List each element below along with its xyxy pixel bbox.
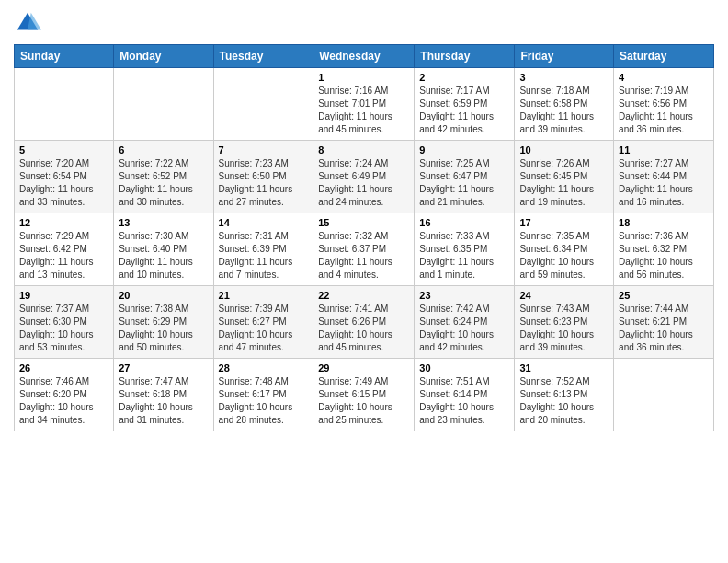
day-info: Sunrise: 7:42 AM Sunset: 6:24 PM Dayligh…: [419, 303, 509, 354]
day-cell: 19Sunrise: 7:37 AM Sunset: 6:30 PM Dayli…: [15, 286, 114, 359]
day-number: 17: [519, 217, 609, 228]
day-cell: 17Sunrise: 7:35 AM Sunset: 6:34 PM Dayli…: [515, 213, 614, 286]
day-cell: 7Sunrise: 7:23 AM Sunset: 6:50 PM Daylig…: [213, 141, 313, 213]
day-info: Sunrise: 7:30 AM Sunset: 6:40 PM Dayligh…: [119, 230, 208, 282]
day-number: 7: [219, 144, 309, 155]
day-cell: 9Sunrise: 7:25 AM Sunset: 6:47 PM Daylig…: [415, 141, 515, 213]
day-info: Sunrise: 7:31 AM Sunset: 6:39 PM Dayligh…: [219, 230, 309, 282]
day-cell: 18Sunrise: 7:36 AM Sunset: 6:32 PM Dayli…: [614, 213, 714, 286]
day-info: Sunrise: 7:48 AM Sunset: 6:17 PM Dayligh…: [219, 375, 309, 427]
page: SundayMondayTuesdayWednesdayThursdayFrid…: [0, 0, 728, 563]
day-info: Sunrise: 7:46 AM Sunset: 6:20 PM Dayligh…: [19, 375, 108, 427]
day-number: 26: [19, 362, 108, 373]
day-number: 22: [318, 290, 409, 301]
day-number: 23: [419, 290, 509, 301]
day-cell: 12Sunrise: 7:29 AM Sunset: 6:42 PM Dayli…: [15, 213, 114, 286]
day-info: Sunrise: 7:36 AM Sunset: 6:32 PM Dayligh…: [619, 230, 709, 282]
day-cell: 22Sunrise: 7:41 AM Sunset: 6:26 PM Dayli…: [313, 286, 415, 359]
day-info: Sunrise: 7:24 AM Sunset: 6:49 PM Dayligh…: [318, 157, 409, 209]
day-cell: 1Sunrise: 7:16 AM Sunset: 7:01 PM Daylig…: [313, 68, 415, 141]
day-info: Sunrise: 7:26 AM Sunset: 6:45 PM Dayligh…: [519, 157, 609, 209]
calendar-table: SundayMondayTuesdayWednesdayThursdayFrid…: [14, 44, 714, 431]
day-info: Sunrise: 7:25 AM Sunset: 6:47 PM Dayligh…: [419, 157, 509, 209]
day-cell: 26Sunrise: 7:46 AM Sunset: 6:20 PM Dayli…: [15, 359, 114, 431]
day-info: Sunrise: 7:47 AM Sunset: 6:18 PM Dayligh…: [119, 375, 208, 427]
day-number: 29: [318, 362, 409, 373]
day-info: Sunrise: 7:39 AM Sunset: 6:27 PM Dayligh…: [219, 303, 309, 354]
day-number: 20: [119, 290, 208, 301]
day-info: Sunrise: 7:35 AM Sunset: 6:34 PM Dayligh…: [519, 230, 609, 282]
day-info: Sunrise: 7:44 AM Sunset: 6:21 PM Dayligh…: [619, 303, 709, 354]
day-number: 15: [318, 217, 409, 228]
day-number: 30: [419, 362, 509, 373]
day-number: 9: [419, 144, 509, 155]
header-day-wednesday: Wednesday: [313, 45, 415, 68]
day-cell: 29Sunrise: 7:49 AM Sunset: 6:15 PM Dayli…: [313, 359, 415, 431]
day-number: 21: [219, 290, 309, 301]
week-row-2: 12Sunrise: 7:29 AM Sunset: 6:42 PM Dayli…: [15, 213, 714, 286]
header-day-saturday: Saturday: [614, 45, 714, 68]
week-row-1: 5Sunrise: 7:20 AM Sunset: 6:54 PM Daylig…: [15, 141, 714, 213]
header-day-monday: Monday: [114, 45, 213, 68]
header-day-sunday: Sunday: [15, 45, 114, 68]
day-number: 28: [219, 362, 309, 373]
day-number: 10: [519, 144, 609, 155]
header-day-friday: Friday: [515, 45, 614, 68]
day-cell: [15, 68, 114, 141]
header-day-tuesday: Tuesday: [213, 45, 313, 68]
day-cell: 5Sunrise: 7:20 AM Sunset: 6:54 PM Daylig…: [15, 141, 114, 213]
header-row: SundayMondayTuesdayWednesdayThursdayFrid…: [15, 45, 714, 68]
day-info: Sunrise: 7:20 AM Sunset: 6:54 PM Dayligh…: [19, 157, 108, 209]
day-number: 31: [519, 362, 609, 373]
day-number: 16: [419, 217, 509, 228]
day-number: 19: [19, 290, 108, 301]
day-info: Sunrise: 7:17 AM Sunset: 6:59 PM Dayligh…: [419, 85, 509, 136]
day-info: Sunrise: 7:23 AM Sunset: 6:50 PM Dayligh…: [219, 157, 309, 209]
day-number: 12: [19, 217, 108, 228]
day-number: 13: [119, 217, 208, 228]
day-number: 25: [619, 290, 709, 301]
day-number: 6: [119, 144, 208, 155]
day-number: 14: [219, 217, 309, 228]
day-cell: 31Sunrise: 7:52 AM Sunset: 6:13 PM Dayli…: [515, 359, 614, 431]
day-cell: 28Sunrise: 7:48 AM Sunset: 6:17 PM Dayli…: [213, 359, 313, 431]
day-info: Sunrise: 7:52 AM Sunset: 6:13 PM Dayligh…: [519, 375, 609, 427]
day-info: Sunrise: 7:18 AM Sunset: 6:58 PM Dayligh…: [519, 85, 609, 136]
week-row-0: 1Sunrise: 7:16 AM Sunset: 7:01 PM Daylig…: [15, 68, 714, 141]
day-info: Sunrise: 7:41 AM Sunset: 6:26 PM Dayligh…: [318, 303, 409, 354]
day-number: 18: [619, 217, 709, 228]
day-info: Sunrise: 7:29 AM Sunset: 6:42 PM Dayligh…: [19, 230, 108, 282]
day-info: Sunrise: 7:33 AM Sunset: 6:35 PM Dayligh…: [419, 230, 509, 282]
day-cell: [114, 68, 213, 141]
logo: [14, 9, 45, 37]
week-row-3: 19Sunrise: 7:37 AM Sunset: 6:30 PM Dayli…: [15, 286, 714, 359]
day-number: 8: [318, 144, 409, 155]
day-cell: 8Sunrise: 7:24 AM Sunset: 6:49 PM Daylig…: [313, 141, 415, 213]
day-cell: [213, 68, 313, 141]
day-number: 5: [19, 144, 108, 155]
day-cell: 21Sunrise: 7:39 AM Sunset: 6:27 PM Dayli…: [213, 286, 313, 359]
day-cell: 4Sunrise: 7:19 AM Sunset: 6:56 PM Daylig…: [614, 68, 714, 141]
logo-icon: [14, 9, 41, 37]
day-cell: 20Sunrise: 7:38 AM Sunset: 6:29 PM Dayli…: [114, 286, 213, 359]
day-cell: 11Sunrise: 7:27 AM Sunset: 6:44 PM Dayli…: [614, 141, 714, 213]
day-number: 24: [519, 290, 609, 301]
day-cell: 3Sunrise: 7:18 AM Sunset: 6:58 PM Daylig…: [515, 68, 614, 141]
day-cell: 6Sunrise: 7:22 AM Sunset: 6:52 PM Daylig…: [114, 141, 213, 213]
day-info: Sunrise: 7:37 AM Sunset: 6:30 PM Dayligh…: [19, 303, 108, 354]
day-cell: [614, 359, 714, 431]
calendar-body: 1Sunrise: 7:16 AM Sunset: 7:01 PM Daylig…: [15, 68, 714, 431]
day-cell: 16Sunrise: 7:33 AM Sunset: 6:35 PM Dayli…: [415, 213, 515, 286]
day-cell: 25Sunrise: 7:44 AM Sunset: 6:21 PM Dayli…: [614, 286, 714, 359]
day-cell: 14Sunrise: 7:31 AM Sunset: 6:39 PM Dayli…: [213, 213, 313, 286]
day-cell: 30Sunrise: 7:51 AM Sunset: 6:14 PM Dayli…: [415, 359, 515, 431]
day-info: Sunrise: 7:38 AM Sunset: 6:29 PM Dayligh…: [119, 303, 208, 354]
day-cell: 2Sunrise: 7:17 AM Sunset: 6:59 PM Daylig…: [415, 68, 515, 141]
day-cell: 10Sunrise: 7:26 AM Sunset: 6:45 PM Dayli…: [515, 141, 614, 213]
day-cell: 27Sunrise: 7:47 AM Sunset: 6:18 PM Dayli…: [114, 359, 213, 431]
calendar-header: SundayMondayTuesdayWednesdayThursdayFrid…: [15, 45, 714, 68]
day-cell: 15Sunrise: 7:32 AM Sunset: 6:37 PM Dayli…: [313, 213, 415, 286]
day-info: Sunrise: 7:43 AM Sunset: 6:23 PM Dayligh…: [519, 303, 609, 354]
week-row-4: 26Sunrise: 7:46 AM Sunset: 6:20 PM Dayli…: [15, 359, 714, 431]
day-info: Sunrise: 7:32 AM Sunset: 6:37 PM Dayligh…: [318, 230, 409, 282]
